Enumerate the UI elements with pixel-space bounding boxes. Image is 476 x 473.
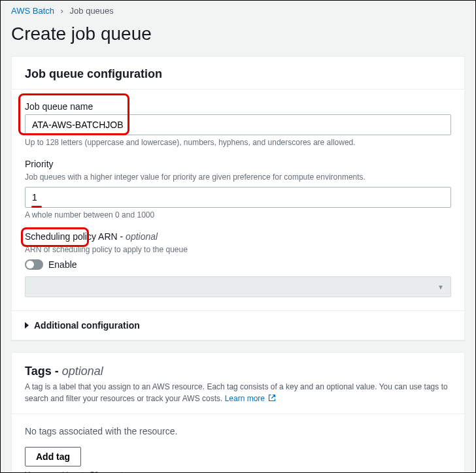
breadcrumb-root-link[interactable]: AWS Batch (11, 6, 54, 16)
job-queue-name-field: Job queue name Up to 128 letters (upperc… (25, 101, 451, 147)
priority-help: A whole number between 0 and 1000 (25, 210, 451, 220)
config-heading: Job queue configuration (25, 67, 451, 81)
scheduling-policy-sublabel: ARN of scheduling policy to apply to the… (25, 244, 451, 255)
priority-input[interactable] (25, 187, 451, 208)
priority-label: Priority (25, 159, 451, 169)
scheduling-policy-field: Scheduling policy ARN - optional ARN of … (25, 231, 451, 297)
additional-configuration-label: Additional configuration (34, 320, 140, 331)
panel-header: Job queue configuration (12, 57, 464, 90)
add-tag-button[interactable]: Add tag (25, 447, 81, 466)
tags-panel: Tags - optional A tag is a label that yo… (11, 352, 465, 473)
enable-scheduling-toggle[interactable] (25, 259, 43, 270)
job-queue-name-help: Up to 128 letters (uppercase and lowerca… (25, 138, 451, 147)
triangle-right-icon (25, 322, 29, 329)
scheduling-policy-select[interactable]: ▼ (25, 276, 451, 297)
chevron-right-icon: › (61, 6, 63, 16)
tag-limit-text: You can add up to 50 more tags. (25, 470, 451, 473)
additional-configuration-expander[interactable]: Additional configuration (12, 310, 464, 340)
job-queue-name-label: Job queue name (25, 101, 451, 112)
job-queue-name-input[interactable] (25, 114, 451, 135)
no-tags-message: No tags associated with the resource. (25, 426, 451, 436)
external-link-icon (268, 394, 276, 402)
tags-description: A tag is a label that you assign to an A… (25, 381, 451, 404)
priority-field: Priority Job queues with a higher intege… (25, 159, 451, 220)
breadcrumb: AWS Batch › Job queues (1, 1, 475, 18)
job-queue-config-panel: Job queue configuration Job queue name U… (11, 56, 465, 340)
scheduling-policy-label: Scheduling policy ARN - optional (25, 231, 451, 242)
priority-sublabel: Job queues with a higher integer value f… (25, 172, 451, 183)
caret-down-icon: ▼ (437, 283, 444, 290)
breadcrumb-current: Job queues (70, 6, 114, 16)
enable-toggle-label: Enable (48, 259, 77, 270)
learn-more-link[interactable]: Learn more (225, 394, 277, 403)
tags-heading: Tags - optional (25, 365, 451, 378)
page-title: Create job queue (1, 18, 475, 56)
